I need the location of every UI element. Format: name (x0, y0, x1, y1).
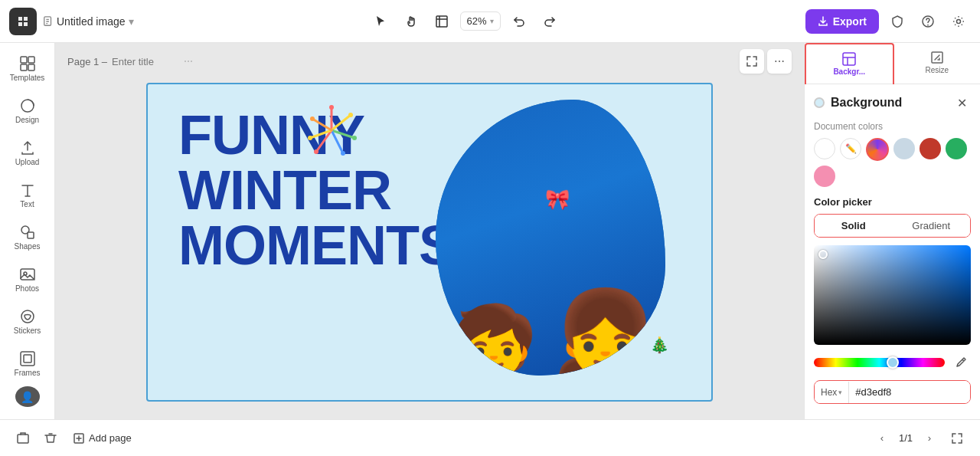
firework-decoration (301, 100, 362, 170)
hue-cursor (887, 356, 899, 369)
main-layout: Templates Design Upload Text (0, 43, 980, 419)
hue-bar-wrap (814, 353, 971, 372)
solid-gradient-tabs: Solid Gradient (814, 214, 971, 238)
panel-header: Background ✕ (814, 93, 971, 112)
page-count: 1/1 (899, 432, 913, 444)
bottom-left-controls: Add page (12, 428, 138, 449)
svg-point-29 (310, 116, 315, 121)
svg-line-22 (312, 119, 332, 130)
background-color-preview (814, 97, 825, 108)
swatch-red[interactable] (920, 138, 941, 159)
svg-point-23 (329, 105, 334, 110)
save-to-folder-button[interactable] (12, 428, 34, 449)
shield-icon[interactable] (885, 9, 910, 34)
page-title-input[interactable] (112, 56, 173, 67)
document-title[interactable]: Untitled image ▾ (43, 15, 134, 28)
swatch-green[interactable] (946, 138, 967, 159)
swatch-purple-gradient[interactable] (866, 138, 889, 161)
bottom-right-controls: ‹ 1/1 › (871, 428, 968, 449)
user-avatar[interactable]: 👤 (15, 386, 40, 407)
document-colors-label: Document colors (814, 121, 971, 132)
sidebar-item-upload[interactable]: Upload (5, 133, 51, 172)
hex-input-row: Hex ▾ (814, 380, 971, 404)
svg-point-13 (21, 310, 34, 323)
prev-page-button[interactable]: ‹ (871, 428, 893, 449)
redo-button[interactable] (537, 9, 562, 34)
more-options-button[interactable]: ⋯ (767, 49, 792, 74)
page-label: Page 1 – ⋯ (67, 56, 193, 67)
fit-screen-button[interactable] (740, 49, 764, 74)
frame-tool[interactable] (430, 9, 454, 34)
topbar-tools: 62% ▾ (368, 9, 562, 34)
svg-point-28 (308, 136, 312, 140)
svg-rect-10 (28, 232, 34, 238)
design-canvas[interactable]: FUNNY WINTER MOMENTS 🧒 👧 🎀 🎄 (146, 83, 713, 402)
swatch-white[interactable] (814, 138, 835, 159)
svg-rect-32 (18, 435, 28, 443)
sidebar-item-design[interactable]: Design (5, 91, 51, 130)
export-button[interactable]: Export (805, 9, 879, 34)
color-picker-cursor (818, 250, 828, 259)
panel-header-title: Background (814, 96, 902, 110)
svg-line-17 (332, 115, 351, 130)
color-gradient-box[interactable] (814, 245, 971, 345)
hand-tool[interactable] (399, 9, 423, 34)
zoom-control[interactable]: 62% ▾ (460, 11, 501, 31)
svg-point-24 (348, 113, 353, 117)
svg-rect-30 (843, 53, 855, 65)
color-picker-label: Color picker (814, 196, 971, 208)
settings-icon[interactable] (946, 9, 971, 34)
next-page-button[interactable]: › (919, 428, 940, 449)
sidebar-item-frames[interactable]: Frames (5, 344, 51, 383)
trash-button[interactable] (40, 428, 61, 449)
sidebar-item-text[interactable]: Text (5, 176, 51, 215)
sidebar-item-photos[interactable]: Photos (5, 260, 51, 299)
sidebar-item-templates[interactable]: Templates (5, 49, 51, 88)
panel-body: Background ✕ Document colors ✏️ Color pi… (805, 84, 980, 419)
eyedropper-button[interactable] (951, 353, 971, 372)
canvas-toolbar: Page 1 – ⋯ ⋯ (55, 43, 804, 80)
pointer-tool[interactable] (368, 9, 393, 34)
svg-rect-6 (21, 64, 27, 71)
canvas-wrapper: FUNNY WINTER MOMENTS 🧒 👧 🎀 🎄 (55, 80, 804, 419)
left-sidebar: Templates Design Upload Text (0, 43, 55, 419)
photo-blob: 🧒 👧 (436, 100, 665, 376)
swatch-gray[interactable] (893, 138, 915, 159)
gradient-tab[interactable]: Gradient (893, 215, 971, 237)
bottom-bar: Add page ‹ 1/1 › (0, 419, 980, 456)
panel-tabs: Backgr... Resize (805, 43, 980, 84)
sidebar-item-stickers[interactable]: Stickers (5, 302, 51, 341)
hex-input[interactable] (849, 381, 971, 403)
canvas-area: Page 1 – ⋯ ⋯ (55, 43, 804, 419)
sidebar-item-shapes[interactable]: Shapes (5, 218, 51, 257)
tab-background[interactable]: Backgr... (805, 43, 894, 84)
solid-tab[interactable]: Solid (815, 215, 893, 237)
page-options-icon: ⋯ (184, 56, 193, 67)
undo-button[interactable] (507, 9, 531, 34)
add-page-button[interactable]: Add page (67, 429, 138, 447)
hex-label[interactable]: Hex ▾ (815, 382, 849, 403)
svg-rect-7 (28, 64, 34, 71)
svg-rect-4 (21, 57, 27, 63)
topbar: Untitled image ▾ 62% ▾ (0, 0, 980, 43)
bow-decoration: 🎀 (545, 188, 570, 212)
svg-rect-14 (21, 352, 34, 366)
svg-point-27 (314, 149, 318, 154)
lights-decoration: 🎄 (650, 336, 669, 354)
swatch-pencil[interactable]: ✏️ (840, 138, 861, 159)
swatch-pink[interactable] (814, 166, 835, 187)
topbar-right: Export (805, 9, 971, 34)
tab-resize[interactable]: Resize (894, 43, 981, 84)
svg-rect-15 (24, 355, 31, 363)
right-panel: Backgr... Resize Background ✕ Document (804, 43, 980, 419)
svg-point-3 (957, 19, 961, 23)
svg-rect-1 (436, 16, 447, 27)
fullscreen-button[interactable] (946, 428, 968, 449)
app-logo[interactable] (9, 8, 37, 35)
close-panel-button[interactable]: ✕ (952, 93, 971, 112)
help-icon[interactable] (916, 9, 940, 34)
hue-bar[interactable] (814, 358, 945, 367)
svg-point-25 (352, 136, 357, 140)
canvas-tools: ⋯ (740, 49, 792, 74)
svg-rect-5 (28, 57, 34, 63)
